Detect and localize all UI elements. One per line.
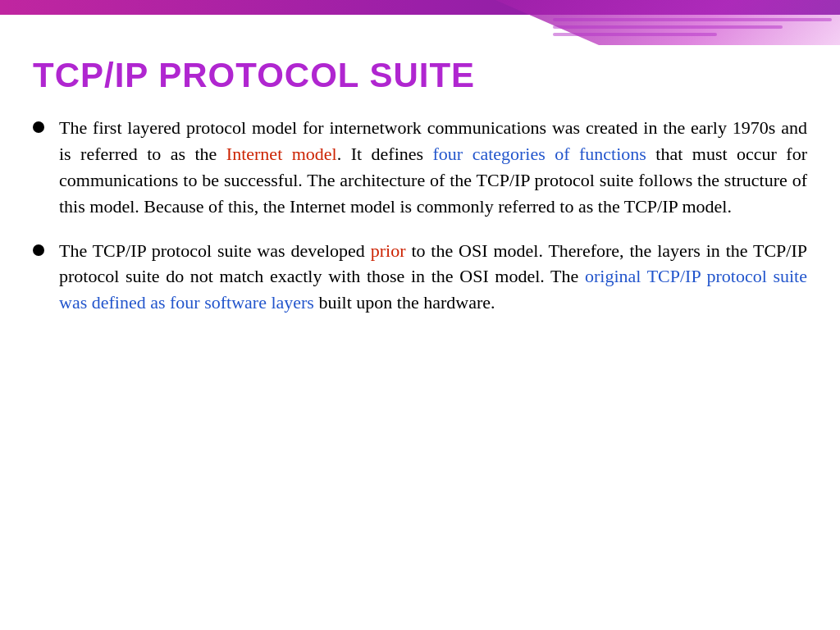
bullet-dot-2: [33, 244, 44, 256]
prior-highlight: prior: [371, 240, 406, 261]
accent-line-2: [553, 25, 783, 29]
top-accent-lines: [553, 18, 832, 36]
internet-model-highlight: Internet model: [226, 144, 337, 164]
text-segment: . It defines: [337, 144, 433, 164]
bullet-item-1: The first layered protocol model for int…: [33, 115, 807, 220]
bullet-text-2: The TCP/IP protocol suite was developed …: [59, 238, 807, 317]
text-segment: The TCP/IP protocol suite was developed: [59, 240, 371, 261]
accent-line-1: [553, 18, 832, 21]
bullet-list: The first layered protocol model for int…: [33, 115, 807, 316]
bullet-dot-1: [33, 121, 44, 133]
text-segment: built upon the hardware.: [314, 292, 495, 313]
bullet-text-1: The first layered protocol model for int…: [59, 115, 807, 220]
bullet-item-2: The TCP/IP protocol suite was developed …: [33, 238, 807, 317]
four-categories-highlight: four categories of functions: [433, 144, 646, 164]
accent-line-3: [553, 33, 717, 36]
page-title: TCP/IP PROTOCOL SUITE: [33, 56, 475, 95]
content-area: The first layered protocol model for int…: [33, 115, 807, 614]
